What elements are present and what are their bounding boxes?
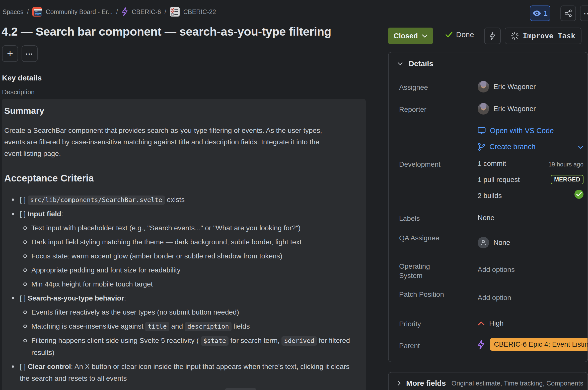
criteria-text: : xyxy=(61,210,63,218)
more-fields-panel: More fields Original estimate, Time trac… xyxy=(388,372,588,390)
criteria-text: for search term, xyxy=(229,337,282,344)
pr-status-badge: MERGED xyxy=(551,175,583,184)
commits-timestamp: 19 hours ago xyxy=(548,161,583,168)
eye-icon xyxy=(533,10,541,16)
priority-label: Priority xyxy=(399,319,449,329)
criteria-text: Appropriate padding and font size for re… xyxy=(31,266,181,274)
operating-system-value[interactable]: Add options xyxy=(478,266,515,274)
status-dropdown[interactable]: Closed xyxy=(388,28,433,44)
assignee-avatar xyxy=(478,81,489,92)
summary-paragraph: Create a SearchBar component that provid… xyxy=(4,125,356,159)
open-vscode-link[interactable]: Open with VS Code xyxy=(478,127,554,135)
criteria-text: [ ] xyxy=(20,363,28,370)
summary-heading: Summary xyxy=(4,106,356,116)
sparkle-burst-icon xyxy=(511,32,519,40)
priority-value[interactable]: High xyxy=(478,319,504,327)
monitor-icon xyxy=(478,127,486,135)
more-actions-button[interactable]: ⋯ xyxy=(22,45,38,62)
criteria-item: [ ] Input field: xyxy=(4,208,356,220)
criteria-text: [ ] xyxy=(20,196,28,204)
task-checklist-icon xyxy=(170,7,180,17)
criteria-item: [ ] Clear control: An X button or clear … xyxy=(4,361,356,384)
details-panel: Details Assignee Eric Wagoner Reporter E… xyxy=(388,52,588,362)
assignee-value[interactable]: Eric Wagoner xyxy=(478,81,536,92)
breadcrumb-project[interactable]: Community Board - Er... xyxy=(46,8,113,16)
more-fields-header[interactable]: More fields Original estimate, Time trac… xyxy=(398,379,583,387)
qa-assignee-value[interactable]: None xyxy=(478,237,510,248)
criteria-text: : The SearchBar is placed on the xyxy=(121,388,225,390)
inline-code: $derived xyxy=(281,336,317,346)
reporter-name: Eric Wagoner xyxy=(493,105,536,113)
branch-chevron-down-icon[interactable] xyxy=(578,146,583,149)
inline-code: $state xyxy=(201,336,228,346)
qa-assignee-name: None xyxy=(493,239,510,247)
inline-code: description xyxy=(185,322,232,331)
development-label: Development xyxy=(399,160,449,169)
resolution-label: Done xyxy=(456,30,474,39)
operating-system-label: Operating System xyxy=(399,262,449,280)
status-label: Closed xyxy=(394,32,418,40)
add-button[interactable]: + xyxy=(2,45,18,62)
builds-link[interactable]: 2 builds xyxy=(478,192,502,200)
page-title: 4.2 — Search bar component — search-as-y… xyxy=(2,25,331,38)
criteria-text: page above the event grid. xyxy=(256,388,341,390)
parent-label: Parent xyxy=(399,341,449,350)
reporter-value[interactable]: Eric Wagoner xyxy=(478,103,536,115)
lightning-icon xyxy=(489,32,496,40)
breadcrumb-epic[interactable]: CBERIC-6 xyxy=(132,8,161,16)
parent-epic-badge[interactable]: CBERIC-6 Epic 4: Event Listin xyxy=(490,338,588,351)
breadcrumb-task[interactable]: CBERIC-22 xyxy=(183,8,216,16)
inline-code: title xyxy=(145,322,169,331)
key-details-heading: Key details xyxy=(2,74,42,82)
criteria-text: Dark input field styling matching the th… xyxy=(31,238,302,246)
watch-count: 1 xyxy=(544,9,548,18)
criteria-item: Focus state: warm accent glow (amber bor… xyxy=(4,250,356,262)
criteria-item: Events filter reactively as the user typ… xyxy=(4,306,356,318)
criteria-item: Min 44px height for mobile touch target xyxy=(4,278,356,290)
criteria-item: Text input with placeholder text (e.g., … xyxy=(4,222,356,234)
criteria-text: [ ] xyxy=(20,388,28,390)
qa-assignee-label: QA Assignee xyxy=(399,233,449,243)
ellipsis-icon: ⋯ xyxy=(26,49,34,58)
open-vscode-label: Open with VS Code xyxy=(490,127,554,135)
create-branch-label: Create branch xyxy=(489,143,536,151)
automation-button[interactable] xyxy=(484,28,501,44)
priority-high-icon xyxy=(478,321,485,326)
summary-line: events are filtered by case-insensitive … xyxy=(4,136,356,148)
pull-request-link[interactable]: 1 pull request xyxy=(478,176,520,184)
breadcrumb: Spaces / Community Board - Er... / CBERI… xyxy=(3,7,216,17)
criteria-item: Appropriate padding and font size for re… xyxy=(4,264,356,276)
commits-link[interactable]: 1 commit xyxy=(478,160,506,168)
criteria-item: [ ] Search-as-you-type behavior: xyxy=(4,292,356,304)
share-button[interactable] xyxy=(560,6,576,21)
project-board-icon xyxy=(32,7,42,17)
plus-icon: + xyxy=(7,48,13,60)
breadcrumb-separator: / xyxy=(116,8,118,16)
watch-button[interactable]: 1 xyxy=(530,6,550,21)
criteria-text: Events filter reactively as the user typ… xyxy=(31,308,239,316)
chevron-down-icon xyxy=(398,62,403,65)
improve-task-button[interactable]: Improve Task xyxy=(505,28,581,44)
reporter-avatar xyxy=(478,103,489,115)
description-label: Description xyxy=(2,88,35,96)
labels-value[interactable]: None xyxy=(478,214,494,222)
description-editor-panel[interactable]: Summary Create a SearchBar component tha… xyxy=(2,99,366,390)
create-branch-link[interactable]: Create branch xyxy=(478,143,536,151)
criteria-text: fields xyxy=(232,322,250,330)
patch-position-value[interactable]: Add option xyxy=(478,294,511,302)
more-fields-summary: Original estimate, Time tracking, Compon… xyxy=(451,379,583,387)
more-options-button[interactable]: ⋯ xyxy=(580,6,588,21)
more-fields-title: More fields xyxy=(406,379,446,387)
criteria-text: Matching is case-insensitive against xyxy=(31,322,145,330)
details-panel-header[interactable]: Details xyxy=(398,59,433,68)
criteria-text: Filtering happens client-side using Svel… xyxy=(31,337,201,344)
chevron-right-icon xyxy=(398,381,401,386)
criteria-text: Input field xyxy=(28,210,61,218)
breadcrumb-spaces[interactable]: Spaces xyxy=(3,8,23,16)
improve-task-label: Improve Task xyxy=(523,32,575,40)
criteria-text: Integration with listing page xyxy=(28,388,121,390)
inline-code: /events xyxy=(225,388,256,390)
details-panel-title: Details xyxy=(409,59,433,68)
parent-epic-icon xyxy=(477,340,485,350)
criteria-item: Matching is case-insensitive against tit… xyxy=(4,320,356,332)
